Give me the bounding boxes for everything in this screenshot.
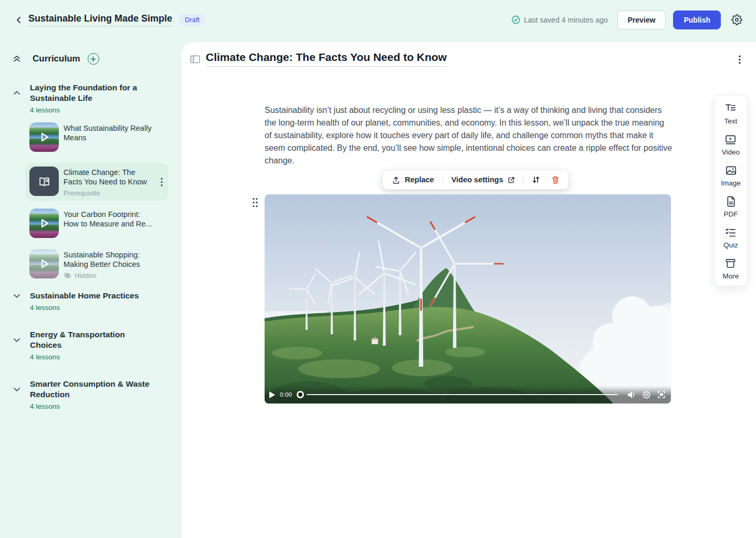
gear-icon bbox=[643, 391, 650, 399]
current-time: 0:00 bbox=[280, 391, 292, 398]
top-bar: Sustainable Living Made Simple Draft Las… bbox=[0, 0, 756, 39]
curriculum-section: Energy & Transportation Choices 4 lesson… bbox=[13, 329, 174, 361]
status-badge: Draft bbox=[180, 14, 205, 26]
video-controls: 0:00 bbox=[265, 386, 671, 404]
chevron-down-icon bbox=[13, 385, 21, 394]
section-header[interactable]: Laying the Foundation for a Sustainable … bbox=[13, 82, 174, 104]
upload-icon bbox=[392, 175, 401, 184]
lesson-title: Sustainable Shopping: Making Better Choi… bbox=[64, 250, 153, 269]
double-chevron-up-icon bbox=[13, 55, 21, 63]
add-video-block-button[interactable]: Video bbox=[722, 133, 740, 156]
chevron-down-icon bbox=[13, 336, 21, 344]
settings-button[interactable] bbox=[730, 13, 743, 26]
palette-label: PDF bbox=[724, 210, 738, 218]
lesson-page-title[interactable]: Climate Change: The Facts You Need to Kn… bbox=[206, 51, 447, 67]
publish-button[interactable]: Publish bbox=[673, 11, 721, 29]
add-section-button[interactable] bbox=[88, 53, 99, 65]
add-text-block-button[interactable]: Text bbox=[724, 102, 738, 125]
replace-label: Replace bbox=[405, 175, 434, 184]
section-title: Energy & Transportation Choices bbox=[30, 329, 154, 350]
lesson-menu-button[interactable] bbox=[159, 175, 165, 189]
text-icon bbox=[724, 102, 737, 115]
section-title: Sustainable Home Practices bbox=[30, 291, 154, 301]
course-builder-app: Sustainable Living Made Simple Draft Las… bbox=[0, 0, 756, 538]
more-blocks-button[interactable]: More bbox=[723, 257, 739, 280]
lesson-item[interactable]: Your Carbon Footprint: How to Measure an… bbox=[29, 209, 174, 238]
lesson-item[interactable]: What Sustainability Really Means bbox=[29, 122, 174, 152]
lesson-intro-text[interactable]: Sustainability isn’t just about recyclin… bbox=[265, 104, 673, 167]
eye-off-icon bbox=[64, 272, 71, 280]
lesson-item-hidden[interactable]: Sustainable Shopping: Making Better Choi… bbox=[29, 249, 174, 280]
section-lesson-count: 4 lessons bbox=[30, 353, 174, 361]
lesson-options-button[interactable] bbox=[737, 54, 742, 66]
scrubber-handle[interactable] bbox=[297, 391, 304, 398]
section-header[interactable]: Smarter Consumption & Waste Reduction bbox=[13, 379, 174, 400]
quiz-icon bbox=[724, 226, 737, 239]
sidebar-title: Curriculum bbox=[33, 54, 80, 64]
palette-label: Video bbox=[722, 148, 740, 156]
curriculum-section: Sustainable Home Practices 4 lessons bbox=[13, 291, 174, 312]
lesson-title: Your Carbon Footprint: How to Measure an… bbox=[64, 210, 153, 229]
toggle-sidebar-button[interactable] bbox=[190, 55, 200, 64]
section-title: Laying the Foundation for a Sustainable … bbox=[30, 82, 154, 104]
course-title[interactable]: Sustainable Living Made Simple bbox=[28, 13, 172, 26]
section-header[interactable]: Sustainable Home Practices bbox=[13, 291, 174, 301]
block-palette: Text Video Image PDF Quiz bbox=[714, 95, 748, 286]
play-icon bbox=[269, 391, 275, 398]
add-image-block-button[interactable]: Image bbox=[721, 164, 741, 187]
lesson-subtitle: Hidden bbox=[64, 272, 153, 280]
fullscreen-button[interactable] bbox=[657, 390, 666, 399]
palette-label: More bbox=[723, 272, 739, 280]
drag-dots-icon bbox=[252, 197, 258, 208]
curriculum-section: Smarter Consumption & Waste Reduction 4 … bbox=[13, 379, 174, 410]
play-button[interactable] bbox=[269, 391, 275, 398]
play-icon bbox=[29, 209, 59, 238]
video-thumbnail bbox=[29, 122, 59, 152]
lesson-item-selected[interactable]: Climate Change: The Facts You Need to Kn… bbox=[25, 163, 168, 201]
preview-button[interactable]: Preview bbox=[617, 11, 666, 29]
video-frame bbox=[265, 194, 671, 404]
volume-button[interactable] bbox=[627, 391, 636, 399]
progress-track[interactable] bbox=[307, 394, 618, 395]
toolbar-divider bbox=[443, 174, 443, 185]
chevron-down-icon bbox=[13, 292, 21, 300]
replace-video-button[interactable]: Replace bbox=[388, 175, 438, 184]
video-settings-button[interactable]: Video settings bbox=[448, 175, 519, 184]
player-settings-button[interactable] bbox=[643, 391, 650, 399]
back-button[interactable] bbox=[13, 14, 25, 26]
collapse-all-button[interactable] bbox=[13, 55, 21, 63]
lesson-list: What Sustainability Really Means Climate… bbox=[13, 122, 174, 280]
kebab-icon bbox=[739, 55, 741, 64]
gear-icon bbox=[731, 14, 742, 25]
curriculum-header: Curriculum bbox=[13, 53, 174, 65]
lesson-subtitle: Prerequisite bbox=[64, 189, 151, 197]
palette-label: Quiz bbox=[723, 241, 738, 249]
kebab-icon bbox=[161, 178, 163, 187]
top-bar-actions: Last saved 4 minutes ago Preview Publish bbox=[511, 11, 743, 29]
open-book-icon bbox=[37, 174, 51, 189]
section-lesson-count: 4 lessons bbox=[30, 304, 174, 312]
section-header[interactable]: Energy & Transportation Choices bbox=[13, 329, 174, 350]
add-quiz-block-button[interactable]: Quiz bbox=[723, 226, 738, 249]
video-icon bbox=[724, 133, 737, 146]
chevron-up-icon bbox=[13, 89, 21, 97]
move-block-button[interactable] bbox=[529, 175, 543, 184]
section-lesson-count: 4 lessons bbox=[30, 402, 174, 410]
section-lesson-count: 4 lessons bbox=[30, 106, 174, 114]
block-drag-handle[interactable] bbox=[251, 196, 259, 209]
video-block-toolbar: Replace Video settings bbox=[382, 170, 569, 190]
delete-block-button[interactable] bbox=[548, 175, 563, 184]
palette-label: Image bbox=[721, 179, 741, 187]
video-thumbnail bbox=[29, 209, 59, 238]
video-player[interactable]: 0:00 bbox=[265, 194, 671, 404]
toolbar-divider bbox=[523, 174, 524, 185]
lesson-title: What Sustainability Really Means bbox=[64, 123, 153, 142]
last-saved-text: Last saved 4 minutes ago bbox=[524, 16, 608, 24]
save-status: Last saved 4 minutes ago bbox=[511, 15, 608, 24]
curriculum-section: Laying the Foundation for a Sustainable … bbox=[13, 82, 174, 280]
section-title: Smarter Consumption & Waste Reduction bbox=[30, 379, 154, 400]
lesson-title: Climate Change: The Facts You Need to Kn… bbox=[64, 168, 151, 187]
palette-label: Text bbox=[724, 117, 738, 125]
add-pdf-block-button[interactable]: PDF bbox=[724, 195, 738, 218]
fullscreen-icon bbox=[657, 390, 666, 399]
